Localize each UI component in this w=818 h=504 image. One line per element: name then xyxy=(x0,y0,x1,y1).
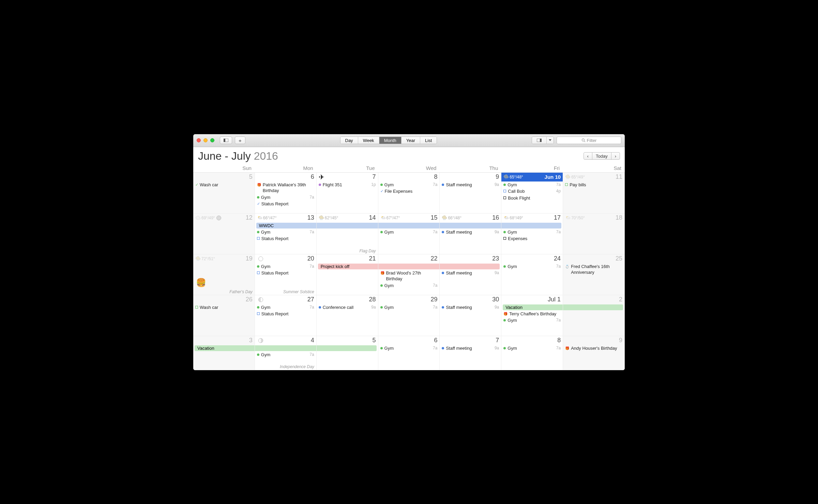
day-cell[interactable]: 69°/49°12 xyxy=(193,214,255,254)
day-cell[interactable]: 24Gym7a xyxy=(501,254,563,295)
day-cell[interactable]: 72°/51°19Father's Day🍔 xyxy=(193,254,255,295)
day-cell[interactable]: 65°/48°Jun 10Gym7aCall Bob4pBook Flight xyxy=(501,173,563,214)
event-bar[interactable] xyxy=(563,304,623,310)
event-item[interactable]: 💍Fred Chaffee's 16th Anniversary xyxy=(564,263,623,276)
day-cell[interactable]: 8Gym7a✓File Expenses xyxy=(378,173,440,214)
event-item[interactable]: Staff meeting9a xyxy=(441,304,500,311)
event-item[interactable]: Gym7a xyxy=(380,282,438,289)
day-cell[interactable]: 29Gym7a xyxy=(378,295,440,336)
day-cell[interactable]: 3Vacation xyxy=(193,336,255,370)
day-cell[interactable]: 9🎁Andy Houser's Birthday xyxy=(563,336,625,370)
event-bar[interactable] xyxy=(378,264,440,269)
event-bar[interactable]: Project kick off xyxy=(318,264,378,269)
day-cell[interactable]: Jul 1Vacation🎁Terry Chaffee's BirthdayGy… xyxy=(501,295,563,336)
event-item[interactable]: Expenses xyxy=(503,235,561,242)
day-cell[interactable]: 65°/49°11Pay bills xyxy=(563,173,625,214)
day-cell[interactable]: 67°/47°15 Gym7a xyxy=(378,214,440,254)
day-cell[interactable]: 6Gym7a xyxy=(378,336,440,370)
day-cell[interactable]: 62°/45°14 Flag Day xyxy=(317,214,378,254)
panel-dropdown-button[interactable] xyxy=(547,137,554,144)
event-item[interactable]: Conference call9a xyxy=(318,304,377,311)
day-cell[interactable]: 70°/50°18 xyxy=(563,214,625,254)
event-bar[interactable] xyxy=(501,223,561,229)
event-item[interactable]: 🎁Terry Chaffee's Birthday xyxy=(503,311,561,317)
event-item[interactable]: Gym7a xyxy=(256,351,315,358)
view-week[interactable]: Week xyxy=(358,137,379,144)
event-item[interactable]: Staff meeting9a xyxy=(441,345,500,352)
view-year[interactable]: Year xyxy=(402,137,420,144)
prev-month-button[interactable]: ‹ xyxy=(584,152,592,160)
event-item[interactable]: 🎁Brad Wood's 27th Birthday xyxy=(380,270,438,282)
event-item[interactable]: Flight 3511p xyxy=(318,182,377,188)
day-cell[interactable]: 20Gym7aStatus ReportSummer Solstice xyxy=(255,254,317,295)
event-bar[interactable] xyxy=(378,223,440,229)
day-cell[interactable]: 27Gym7aStatus Report xyxy=(255,295,317,336)
day-cell[interactable]: 28Conference call9a xyxy=(317,295,378,336)
close-button[interactable] xyxy=(197,138,201,142)
event-item[interactable]: ✓File Expenses xyxy=(380,188,438,195)
event-item[interactable]: Gym7a xyxy=(503,345,561,352)
event-bar[interactable]: Vacation xyxy=(503,304,563,310)
event-item[interactable]: 🎁Patrick Wallace's 39th Birthday xyxy=(256,182,315,194)
view-list[interactable]: List xyxy=(420,137,437,144)
event-item[interactable]: Gym7a xyxy=(380,182,438,188)
event-item[interactable]: Status Report xyxy=(256,235,315,242)
day-cell[interactable]: 2 xyxy=(563,295,625,336)
event-item[interactable]: Gym7a xyxy=(256,263,315,270)
event-item[interactable]: Gym7a xyxy=(380,229,438,236)
day-cell[interactable]: 7Staff meeting9a xyxy=(440,336,501,370)
view-month[interactable]: Month xyxy=(379,137,402,144)
event-item[interactable]: Status Report xyxy=(256,270,315,277)
event-item[interactable]: Call Bob4p xyxy=(503,188,561,195)
event-bar[interactable]: Vacation xyxy=(195,345,255,351)
event-bar[interactable]: WWDC xyxy=(256,223,317,229)
event-item[interactable]: Gym7a xyxy=(380,345,438,352)
day-cell[interactable]: 26Wash car xyxy=(193,295,255,336)
event-item[interactable]: Gym7a xyxy=(503,263,561,270)
today-button[interactable]: Today xyxy=(592,152,611,160)
day-cell[interactable]: 5✓Wash car xyxy=(193,173,255,214)
event-item[interactable]: Gym7a xyxy=(380,304,438,311)
sidebar-toggle-button[interactable] xyxy=(220,137,232,144)
day-cell[interactable]: ✈7Flight 3511p xyxy=(317,173,378,214)
day-cell[interactable]: 8Gym7a xyxy=(501,336,563,370)
event-item[interactable]: ✓Wash car xyxy=(195,182,253,188)
day-cell[interactable]: 4 Gym7aIndependence Day xyxy=(255,336,317,370)
day-cell[interactable]: 23 Staff meeting9a xyxy=(440,254,501,295)
day-cell[interactable]: 21Project kick off xyxy=(317,254,378,295)
next-month-button[interactable]: › xyxy=(611,152,620,160)
day-cell[interactable]: 5 xyxy=(317,336,378,370)
event-item[interactable]: Wash car xyxy=(195,304,253,311)
add-event-button[interactable]: + xyxy=(235,137,245,144)
day-cell[interactable]: 66°/47°13WWDCGym7aStatus Report xyxy=(255,214,317,254)
day-cell[interactable]: 25💍Fred Chaffee's 16th Anniversary xyxy=(563,254,625,295)
minimize-button[interactable] xyxy=(203,138,208,142)
event-bar[interactable] xyxy=(317,223,378,229)
event-item[interactable]: Gym7a xyxy=(256,229,315,236)
view-day[interactable]: Day xyxy=(340,137,358,144)
event-item[interactable]: Gym7a xyxy=(503,182,561,188)
filter-search-input[interactable]: Filter xyxy=(557,137,621,144)
day-cell[interactable]: 30Staff meeting9a xyxy=(440,295,501,336)
event-bar[interactable] xyxy=(255,345,317,351)
event-item[interactable]: Staff meeting9a xyxy=(441,229,500,236)
event-item[interactable]: Gym7a xyxy=(503,229,561,236)
event-bar[interactable] xyxy=(440,223,501,229)
day-cell[interactable]: 6🎁Patrick Wallace's 39th BirthdayGym7a✓S… xyxy=(255,173,317,214)
event-item[interactable]: Gym7a xyxy=(503,317,561,324)
zoom-button[interactable] xyxy=(210,138,214,142)
event-bar[interactable] xyxy=(317,345,377,351)
event-item[interactable]: Staff meeting9a xyxy=(441,182,500,188)
event-item[interactable]: Gym7a xyxy=(256,194,315,201)
day-cell[interactable]: 9Staff meeting9a xyxy=(440,173,501,214)
day-cell[interactable]: 66°/48°16 Staff meeting9a xyxy=(440,214,501,254)
event-item[interactable]: Status Report xyxy=(256,311,315,317)
event-item[interactable]: Staff meeting9a xyxy=(441,270,500,277)
event-item[interactable]: 🎁Andy Houser's Birthday xyxy=(564,345,623,352)
event-bar[interactable] xyxy=(440,264,500,269)
panel-toggle-button[interactable] xyxy=(532,137,547,144)
event-item[interactable]: Book Flight xyxy=(503,195,561,202)
day-cell[interactable]: 68°/49°17 Gym7aExpenses xyxy=(501,214,563,254)
day-cell[interactable]: 22 🎁Brad Wood's 27th BirthdayGym7a xyxy=(378,254,440,295)
event-item[interactable]: ✓Status Report xyxy=(256,201,315,207)
